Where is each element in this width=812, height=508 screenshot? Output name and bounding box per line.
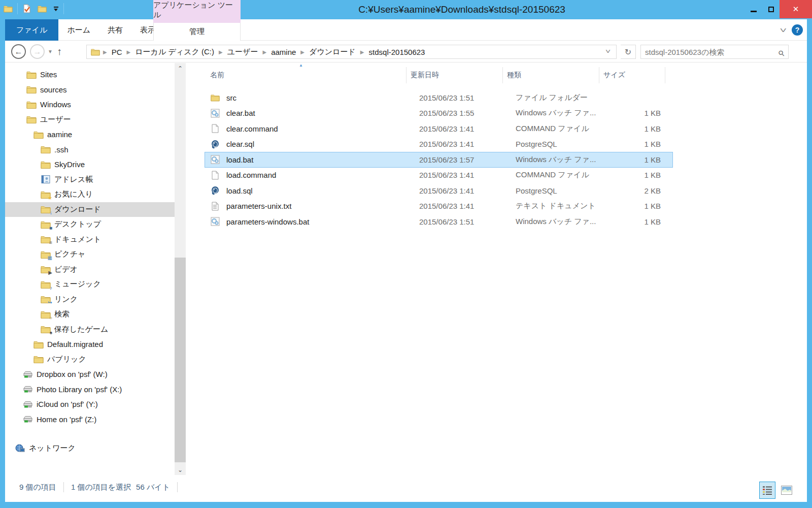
sidebar-item-label: お気に入り xyxy=(54,189,93,199)
ribbon-tabs: ファイル ホーム 共有 表示 xyxy=(5,19,164,41)
sidebar-scrollbar[interactable]: ⌃ ⌄ xyxy=(175,63,186,475)
file-date-modified: 2015/06/23 1:51 xyxy=(419,93,516,102)
sidebar-item-label: ミュージック xyxy=(54,279,101,289)
main-area: Sites sources Windows ユーザー aamine .ssh S… xyxy=(5,63,807,475)
properties-button[interactable] xyxy=(21,2,33,15)
address-bar[interactable]: ▶ PC▶ローカル ディスク (C:)▶ユーザー▶aamine▶ダウンロード▶s… xyxy=(86,45,617,59)
address-dropdown-icon[interactable]: ˅ xyxy=(605,48,619,55)
file-size: 2 KB xyxy=(612,186,668,195)
explorer-window: C:¥Users¥aamine¥Downloads¥stdsql-2015062… xyxy=(0,0,812,508)
file-row-load.command[interactable]: load.command2015/06/23 1:41COMMAND ファイル1… xyxy=(205,168,673,183)
forward-button[interactable]: → xyxy=(30,44,45,59)
sidebar-item--ssh[interactable]: .ssh xyxy=(5,142,175,157)
scroll-up-icon[interactable]: ⌃ xyxy=(175,64,186,73)
tab-share[interactable]: 共有 xyxy=(99,19,131,41)
sidebar-item--[interactable]: ○検索 xyxy=(5,307,175,322)
file-row-parameters-windows.bat[interactable]: parameters-windows.bat2015/06/23 1:51Win… xyxy=(205,214,673,230)
maximize-button[interactable] xyxy=(762,0,780,18)
file-date-modified: 2015/06/23 1:57 xyxy=(419,155,516,164)
file-type: PostgreSQL xyxy=(516,186,612,195)
tab-file[interactable]: ファイル xyxy=(5,19,58,41)
sidebar-item--[interactable]: ユーザー xyxy=(5,112,175,128)
breadcrumb-item[interactable]: PC xyxy=(112,48,122,56)
sidebar-item--[interactable]: ネットワーク xyxy=(5,441,175,456)
sidebar-item--[interactable]: ▶ビデオ xyxy=(5,262,175,277)
scrollbar-thumb[interactable] xyxy=(175,258,186,462)
details-view-button[interactable] xyxy=(759,482,775,499)
network-drive-icon xyxy=(23,370,33,379)
breadcrumb-item[interactable]: ローカル ディスク (C:) xyxy=(135,47,214,57)
sidebar-item--[interactable]: アドレス帳 xyxy=(5,172,175,187)
customize-qat-button[interactable] xyxy=(51,2,60,15)
tab-home[interactable]: ホーム xyxy=(58,19,99,41)
sidebar-item-label: デスクトップ xyxy=(54,219,101,229)
sidebar-item--[interactable]: ■デスクトップ xyxy=(5,217,175,232)
network-drive-icon xyxy=(23,415,33,424)
sidebar-item--[interactable]: ♠保存したゲーム xyxy=(5,322,175,337)
qat-divider xyxy=(17,3,18,14)
sidebar-item--[interactable]: ★お気に入り xyxy=(5,187,175,202)
window-title: C:¥Users¥aamine¥Downloads¥stdsql-2015062… xyxy=(213,0,710,19)
back-button[interactable]: ← xyxy=(11,44,26,59)
network-drive-icon xyxy=(23,400,33,409)
minimize-button[interactable] xyxy=(745,0,762,18)
column-header-名前[interactable]: 名前 xyxy=(206,67,407,83)
sidebar-item-label: パブリック xyxy=(47,355,86,364)
sidebar-item--[interactable]: パブリック xyxy=(5,352,175,367)
sidebar-item-aamine[interactable]: aamine xyxy=(5,127,175,142)
folder-icon xyxy=(26,100,37,109)
refresh-button[interactable]: ↻ xyxy=(621,45,636,59)
file-row-clear.command[interactable]: clear.command2015/06/23 1:41COMMAND ファイル… xyxy=(205,121,673,137)
sidebar-item-label: sources xyxy=(40,85,67,94)
thumbnail-view-button[interactable] xyxy=(779,482,795,499)
sidebar-item-dropbox-on-psf-w-[interactable]: Dropbox on 'psf' (W:) xyxy=(5,367,175,382)
help-icon[interactable]: ? xyxy=(792,24,803,36)
sidebar-item--[interactable]: ▦ピクチャ xyxy=(5,247,175,262)
file-row-clear.sql[interactable]: clear.sql2015/06/23 1:41PostgreSQL1 KB xyxy=(205,137,673,152)
sidebar-item-default-migrated[interactable]: Default.migrated xyxy=(5,337,175,352)
sidebar-item--[interactable]: ♪ミュージック xyxy=(5,277,175,292)
sidebar-item-icloud-on-psf-y-[interactable]: iCloud on 'psf' (Y:) xyxy=(5,397,175,412)
sidebar-item--[interactable]: ↪リンク xyxy=(5,292,175,307)
column-header-サイズ[interactable]: サイズ xyxy=(599,67,665,83)
sidebar-item-label: リンク xyxy=(54,295,78,304)
sidebar-item-home-on-psf-z-[interactable]: Home on 'psf' (Z:) xyxy=(5,412,175,427)
up-button[interactable]: ↑ xyxy=(57,46,62,57)
sidebar-item-sites[interactable]: Sites xyxy=(5,67,175,82)
sidebar-item-label: Photo Library on 'psf' (X:) xyxy=(37,385,122,394)
column-header-更新日時[interactable]: 更新日時 xyxy=(407,67,503,83)
file-row-load.bat[interactable]: load.bat2015/06/23 1:57Windows バッチ ファ...… xyxy=(205,152,673,168)
pgsql-icon xyxy=(211,140,220,149)
file-row-load.sql[interactable]: load.sql2015/06/23 1:41PostgreSQL2 KB xyxy=(205,183,673,199)
sidebar-item-label: アドレス帳 xyxy=(54,175,93,184)
sidebar-item-label: 検索 xyxy=(54,309,70,319)
breadcrumb-item[interactable]: aamine xyxy=(271,48,296,56)
file-row-clear.bat[interactable]: clear.bat2015/06/23 1:55Windows バッチ ファ..… xyxy=(205,106,673,121)
collapse-ribbon-icon[interactable]: ˅ xyxy=(780,26,787,35)
file-row-src[interactable]: src2015/06/23 1:51ファイル フォルダー xyxy=(205,90,673,106)
file-list-pane: ▲ 名前更新日時種類サイズ src2015/06/23 1:51ファイル フォル… xyxy=(199,63,807,475)
breadcrumb-separator-icon: ▶ xyxy=(122,49,136,55)
sidebar-item--[interactable]: ≡ドキュメント xyxy=(5,232,175,247)
folder-pictures-icon: ▦ xyxy=(41,250,51,259)
sidebar-item-label: ビデオ xyxy=(54,265,78,274)
new-folder-button[interactable] xyxy=(36,2,48,15)
close-button[interactable]: ✕ xyxy=(780,0,812,18)
tab-manage[interactable]: 管理 xyxy=(153,23,241,41)
scroll-down-icon[interactable]: ⌄ xyxy=(175,465,186,474)
sidebar-item-windows[interactable]: Windows xyxy=(5,97,175,112)
breadcrumb-item[interactable]: ダウンロード xyxy=(309,47,356,57)
sidebar-item-skydrive[interactable]: SkyDrive xyxy=(5,157,175,172)
blank-icon xyxy=(211,171,220,180)
explorer-app-icon[interactable] xyxy=(2,2,14,15)
column-divider[interactable] xyxy=(665,67,665,83)
search-input[interactable] xyxy=(641,48,778,56)
breadcrumb-item[interactable]: ユーザー xyxy=(227,47,258,57)
recent-locations-icon[interactable]: ▼ xyxy=(48,49,53,54)
breadcrumb-item[interactable]: stdsql-20150623 xyxy=(369,48,425,56)
sidebar-item-photo-library-on-psf-x-[interactable]: Photo Library on 'psf' (X:) xyxy=(5,382,175,397)
file-row-parameters-unix.txt[interactable]: parameters-unix.txt2015/06/23 1:41テキスト ド… xyxy=(205,199,673,214)
sidebar-item-sources[interactable]: sources xyxy=(5,82,175,98)
column-header-種類[interactable]: 種類 xyxy=(503,67,599,83)
sidebar-item--[interactable]: ↓ダウンロード xyxy=(5,202,175,217)
